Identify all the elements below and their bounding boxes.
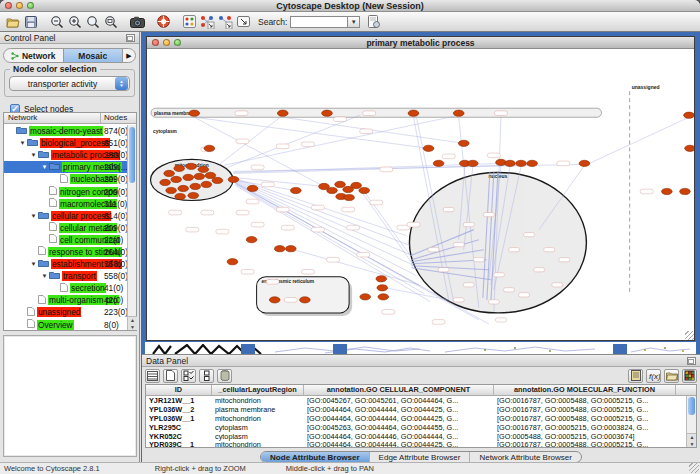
network-node[interactable] [527,160,538,166]
table-scrollbar[interactable]: ▲▼ [686,396,696,447]
attribute-table-icon[interactable] [145,369,160,383]
network-node[interactable] [376,276,387,282]
network-node[interactable] [351,182,362,188]
zoom-out-icon[interactable] [48,13,66,30]
network-node[interactable] [174,165,185,171]
network-node[interactable] [433,160,444,166]
network-node[interactable] [186,163,197,169]
tab-network[interactable]: Network [4,49,63,62]
network-node[interactable] [344,194,355,200]
zoom-fit-icon[interactable] [102,13,120,30]
network-node[interactable] [277,110,288,116]
birdseye-view[interactable] [3,335,137,457]
network-node[interactable] [378,294,389,300]
attribute-list-icon[interactable] [628,369,643,383]
close-icon[interactable] [5,2,12,9]
tree-scrollbar[interactable]: ▲▼ [127,125,136,330]
network-node[interactable] [189,110,200,116]
tree-item-response-to-stimulu[interactable]: response to stimulu264(0) [4,246,127,258]
tree-item-nucleobase-[interactable]: nucleobase-209(0) [4,173,127,185]
new-attribute-icon[interactable] [163,369,178,383]
save-icon[interactable] [22,13,40,30]
tree-item-cellular-metabo[interactable]: cellular metabo209(0) [4,222,127,234]
network-node[interactable] [205,172,216,178]
network-canvas[interactable]: unassigned plasma membrane cytoplasm mit… [147,49,694,340]
tree-item-establishment-of-lo[interactable]: ▼establishment of lo558(0) [4,258,127,270]
background-windows[interactable] [145,342,696,354]
table-scroll-arrows[interactable]: ▲▼ [687,433,697,447]
expand-arrow-icon[interactable]: ▼ [29,152,38,158]
snapshot-icon[interactable] [128,13,146,30]
network-node[interactable] [458,140,469,146]
table-row[interactable]: YJR121W__1mitochondrion[GO:0045267, GO:0… [146,396,696,405]
table-row[interactable]: YPL036W__2plasma membrane[GO:0044464, GO… [146,405,696,414]
import-attributes-icon[interactable] [664,369,679,383]
tree-item-unassigned[interactable]: unassigned223(0) [4,306,127,318]
zoom-in-icon[interactable] [66,13,84,30]
tree-scroll-arrows[interactable]: ▲▼ [128,316,137,330]
tree-item-nitrogen-compo[interactable]: nitrogen compo209(0) [4,185,127,197]
expand-arrow-icon[interactable]: ▼ [29,213,38,219]
network-node[interactable] [327,187,338,193]
network-node[interactable] [194,173,205,179]
expand-arrow-icon[interactable]: ▼ [18,140,27,146]
network-node[interactable] [247,185,258,191]
network-node[interactable] [212,177,223,183]
zoom-window-icon[interactable] [27,2,34,9]
network-node[interactable] [166,187,177,193]
float-panel-icon[interactable] [126,34,135,42]
search-dropdown-icon[interactable]: ▼ [348,16,360,28]
network-node[interactable] [684,112,694,118]
network-node[interactable] [178,185,189,191]
network-node[interactable] [322,110,333,116]
tree-item-primary-metabo[interactable]: ▼primary metabo209(... [4,161,127,173]
table-row[interactable]: YLR295Ccytoplasm[GO:0045263, GO:0044464,… [146,423,696,432]
tree-item-metabolic-process[interactable]: ▼metabolic process280(0) [4,149,127,161]
network-node[interactable] [290,187,301,193]
table-row[interactable]: YKR052Ccytoplasm[GO:0044464, GO:0044446,… [146,432,696,441]
app-resize-grip[interactable] [689,463,699,473]
tree-item-transport[interactable]: ▼transport558(0) [4,270,127,282]
network-node[interactable] [335,181,346,187]
network-node[interactable] [190,183,201,189]
network-node[interactable] [505,160,516,166]
expand-arrow-icon[interactable]: ▼ [40,164,49,170]
delete-attribute-icon[interactable] [217,369,232,383]
network-node[interactable] [183,174,194,180]
table-row[interactable]: YDR039C__1mitochondrion[GO:0044464, GO:0… [146,440,696,448]
network-node[interactable] [198,166,209,172]
table-column-header[interactable]: _cellularLayoutRegion [212,385,304,395]
tree-item-multi-organism-pro[interactable]: multi-organism pro42(0) [4,294,127,306]
network-node[interactable] [171,176,182,182]
network-node[interactable] [360,294,371,300]
tree-item-biological-process[interactable]: ▼biological_process651(0) [4,137,127,149]
network-node[interactable] [246,237,257,243]
net-minimize-icon[interactable] [163,39,170,46]
network-node[interactable] [188,192,199,198]
unselect-attributes-icon[interactable] [199,369,214,383]
table-column-header[interactable]: annotation.GO CELLULAR_COMPONENT [304,385,494,395]
select-attributes-icon[interactable] [181,369,196,383]
vizmapper-icon[interactable] [180,13,198,30]
network-window-titlebar[interactable]: primary metabolic process [147,37,694,49]
node-color-dropdown[interactable]: transporter activity ▲▼ [9,76,130,91]
network-node[interactable] [453,110,464,116]
annotation-icon[interactable] [234,13,252,30]
network-node[interactable] [423,145,434,151]
network-node[interactable] [164,170,175,176]
network-node[interactable] [160,179,171,185]
network-node[interactable] [685,145,694,151]
float-data-panel-icon[interactable] [687,357,696,365]
network-node[interactable] [408,110,419,116]
network-node[interactable] [377,285,388,291]
network-node[interactable] [300,297,311,303]
network-node[interactable] [579,160,590,166]
network-node[interactable] [467,160,478,166]
table-column-header[interactable]: ID [146,385,212,395]
tab-edge-attribute-browser[interactable]: Edge Attribute Browser [369,452,470,462]
network-node[interactable] [204,145,215,151]
layout-icon[interactable] [216,13,234,30]
network-node[interactable] [269,297,280,303]
net-zoom-icon[interactable] [174,39,181,46]
help-icon[interactable] [154,13,172,30]
